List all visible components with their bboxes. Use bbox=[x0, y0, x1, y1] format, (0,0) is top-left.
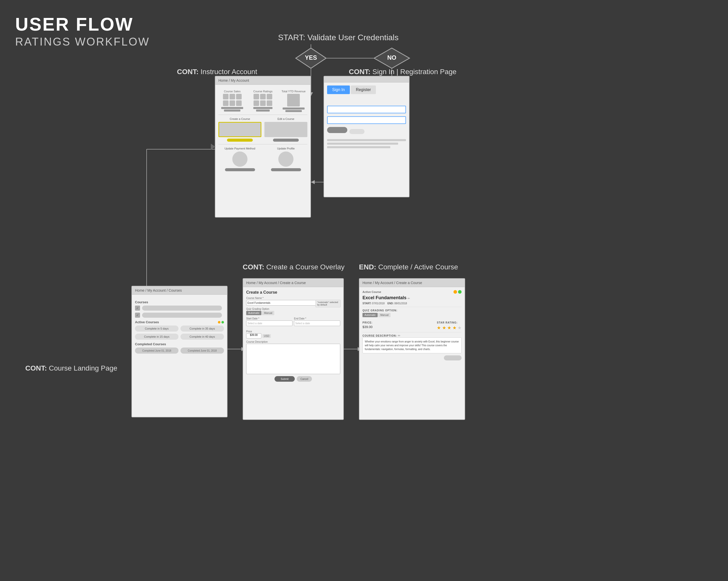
svg-marker-0 bbox=[296, 48, 326, 68]
submit-button[interactable]: Submit bbox=[275, 376, 295, 382]
star-1: ★ bbox=[437, 325, 441, 330]
active-course-dates: START: 07/01/2018 END: 08/01/2018 bbox=[363, 302, 462, 305]
start-label: START: Validate User Credentials bbox=[278, 33, 399, 42]
instructor-breadcrumb: Home / My Account bbox=[215, 76, 310, 85]
active-courses-grid: Complete in 5 days Complete in 35 days C… bbox=[135, 326, 224, 340]
price-section-title: PRICE: bbox=[363, 321, 372, 324]
active-course-screen: Home / My Account / Create a Course Acti… bbox=[359, 278, 465, 420]
courses-body: Courses ✓ ✓ Active Courses Complete in 5… bbox=[132, 295, 227, 359]
price-input[interactable]: $39.00 bbox=[246, 333, 261, 338]
price-row: $39.00 USD bbox=[246, 333, 340, 338]
star-2: ★ bbox=[442, 325, 446, 330]
price-label: Price bbox=[246, 330, 340, 333]
forgot-button[interactable] bbox=[349, 129, 364, 134]
active-course-btn-4[interactable]: Complete in 40 days bbox=[181, 334, 224, 340]
active-indicator bbox=[218, 321, 224, 324]
active-courses-heading: Active Courses bbox=[135, 320, 159, 324]
star-4: ★ bbox=[452, 325, 457, 330]
payment-action: Update Payment Method bbox=[218, 147, 261, 172]
desc-section-title: COURSE DESCRIPTION: bbox=[363, 334, 397, 337]
cancel-button[interactable]: Cancel bbox=[297, 376, 312, 382]
quiz-label: Quiz Grading Option bbox=[246, 308, 340, 310]
active-quiz-manual[interactable]: Manual bbox=[378, 313, 391, 317]
courses-section-heading: Courses bbox=[135, 300, 224, 304]
end-date-col: End Date * Select a date bbox=[294, 317, 340, 328]
svg-marker-2 bbox=[374, 48, 410, 68]
create-course-action: Create a Course bbox=[218, 117, 261, 142]
start-date-col: Start Date * Select a date bbox=[246, 317, 292, 328]
password-input[interactable] bbox=[327, 116, 406, 124]
stars-section-title: STAR RATING: bbox=[437, 321, 462, 324]
completed-chip-1[interactable]: Completed June 01, 2018 bbox=[135, 348, 179, 354]
svg-text:YES: YES bbox=[305, 54, 317, 61]
quiz-manual-btn[interactable]: Manual bbox=[262, 311, 274, 315]
footer-action-btn[interactable] bbox=[444, 355, 462, 360]
active-course-btn-1[interactable]: Complete in 5 days bbox=[135, 326, 179, 332]
start-date-label: Start Date * bbox=[246, 317, 292, 320]
profile-action: Update Profile bbox=[264, 147, 307, 172]
active-course-btn-3[interactable]: Complete in 15 days bbox=[135, 334, 179, 340]
active-course-btn-2[interactable]: Complete in 35 days bbox=[181, 326, 224, 332]
quiz-auto-btn[interactable]: Automatic bbox=[246, 311, 261, 315]
star-5-empty: ★ bbox=[458, 325, 462, 330]
currency-badge: USD bbox=[262, 334, 271, 338]
end-date-label: End Date * bbox=[294, 317, 340, 320]
course-list-item: ✓ bbox=[135, 313, 224, 318]
price-stars-row: PRICE: $39.00 STAR RATING: ★ ★ ★ ★ ★ bbox=[363, 319, 462, 331]
quiz-toggle: Automatic Manual bbox=[246, 311, 340, 315]
quiz-section-title: QUIZ GRADING OPTION: bbox=[363, 309, 462, 312]
completed-chip-2[interactable]: Completed June 01, 2018 bbox=[181, 348, 224, 354]
price-section: PRICE: $39.00 bbox=[363, 319, 372, 331]
create-edit-row: Create a Course Edit a Course bbox=[218, 117, 307, 142]
tab-register[interactable]: Register bbox=[351, 85, 376, 94]
payment-icon[interactable] bbox=[232, 152, 248, 167]
instructor-body: Course Sales Course Ratings bbox=[215, 85, 310, 175]
profile-icon[interactable] bbox=[278, 152, 293, 167]
active-status: Active Course bbox=[363, 290, 381, 294]
create-course-buttons: Submit Cancel bbox=[246, 376, 340, 382]
end-date-input[interactable]: Select a date bbox=[294, 321, 340, 326]
dates-row: Start Date * Select a date End Date * Se… bbox=[246, 317, 340, 328]
check-icon-1: ✓ bbox=[135, 306, 140, 311]
create-course-title: Create a Course bbox=[246, 290, 340, 295]
active-course-header: Active Course bbox=[363, 290, 462, 294]
active-quiz-auto[interactable]: Automatic bbox=[363, 313, 378, 317]
dot-yellow bbox=[453, 290, 457, 294]
course-name-row: Excel Fundamentals ✏ bbox=[363, 295, 462, 302]
signin-screen: Sign In Register bbox=[323, 76, 410, 197]
courses-breadcrumb: Home / My Account / Courses bbox=[132, 286, 227, 295]
total-ytd-stat: Total YTD Revenue bbox=[280, 90, 307, 112]
star-rating: ★ ★ ★ ★ ★ bbox=[437, 325, 462, 331]
desc-label: Course Description bbox=[246, 340, 340, 343]
active-course-name: Excel Fundamentals bbox=[363, 295, 407, 301]
tab-signin[interactable]: Sign In bbox=[327, 85, 350, 94]
active-price: $39.00 bbox=[363, 325, 372, 329]
stars-section: STAR RATING: ★ ★ ★ ★ ★ bbox=[437, 319, 462, 331]
desc-edit-icon[interactable]: ✏ bbox=[398, 334, 400, 337]
username-input[interactable] bbox=[327, 106, 406, 113]
svg-marker-11 bbox=[311, 180, 315, 184]
check-icon-2: ✓ bbox=[135, 313, 140, 318]
svg-text:NO: NO bbox=[387, 54, 396, 61]
active-course-description: Whether your emotions range from anger t… bbox=[363, 337, 462, 353]
desc-textarea[interactable] bbox=[246, 344, 340, 374]
instructor-screen: Home / My Account Course Sales bbox=[215, 76, 311, 218]
page-title: USER FLOW RATINGS WORKFLOW bbox=[15, 15, 150, 48]
active-course-body: Active Course Excel Fundamentals ✏ START… bbox=[360, 287, 465, 363]
completed-courses-grid: Completed June 01, 2018 Completed June 0… bbox=[135, 348, 224, 354]
course-list-item: ✓ bbox=[135, 306, 224, 311]
dot-green-active bbox=[458, 290, 462, 294]
edit-course-thumb[interactable] bbox=[264, 122, 307, 137]
stats-row: Course Sales Course Ratings bbox=[218, 90, 307, 112]
cont-signin-label: CONT: Sign In | Registration Page bbox=[349, 68, 457, 76]
status-dots bbox=[453, 290, 462, 294]
signin-header bbox=[324, 76, 409, 82]
create-course-thumb[interactable] bbox=[218, 122, 261, 137]
edit-pencil-icon[interactable]: ✏ bbox=[408, 297, 410, 300]
star-3: ★ bbox=[447, 325, 451, 330]
courses-screen: Home / My Account / Courses Courses ✓ ✓ … bbox=[131, 286, 228, 418]
desc-header-row: COURSE DESCRIPTION: ✏ bbox=[363, 334, 462, 337]
start-date-input[interactable]: Select a date bbox=[246, 321, 292, 326]
course-ratings-stat: Course Ratings bbox=[249, 90, 277, 112]
login-button[interactable] bbox=[327, 127, 347, 133]
